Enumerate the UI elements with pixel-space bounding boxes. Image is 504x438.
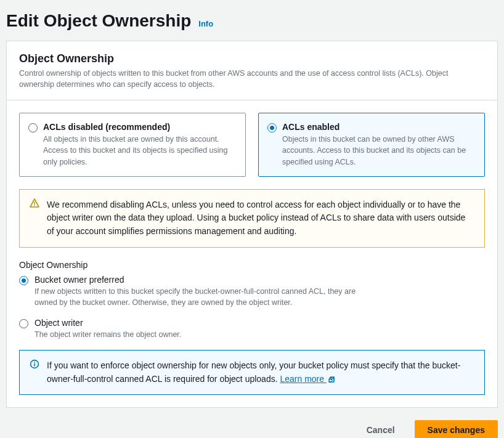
footer-actions: Cancel Save changes [6,408,498,438]
acl-option-row: ACLs disabled (recommended) All objects … [19,113,485,176]
cancel-button[interactable]: Cancel [354,420,407,438]
warning-icon [30,198,39,213]
page-header: Edit Object Ownership Info [6,0,498,41]
radio-icon [19,319,28,328]
warning-alert: We recommend disabling ACLs, unless you … [19,189,485,248]
radio-icon [267,123,277,132]
card-title: ACLs enabled [282,122,476,132]
radio-icon [19,276,28,285]
option-description: The object writer remains the object own… [35,329,181,340]
svg-rect-1 [34,205,35,206]
save-button[interactable]: Save changes [415,420,498,438]
svg-rect-4 [34,362,35,363]
acls-disabled-card[interactable]: ACLs disabled (recommended) All objects … [19,113,246,176]
info-link[interactable]: Info [198,19,213,28]
option-title: Object writer [35,318,181,328]
acls-enabled-card[interactable]: ACLs enabled Objects in this bucket can … [258,113,485,176]
info-icon [30,359,39,373]
ownership-sub-label: Object Ownership [19,260,485,270]
option-description: If new objects written to this bucket sp… [35,286,380,308]
panel-description: Control ownership of objects written to … [19,68,485,90]
object-writer-option[interactable]: Object writer The object writer remains … [19,318,485,340]
info-text: If you want to enforce object ownership … [47,360,460,384]
external-link-icon [328,376,335,383]
panel-header: Object Ownership Control ownership of ob… [7,41,497,100]
page-title: Edit Object Ownership [6,11,191,31]
info-alert: If you want to enforce object ownership … [19,350,485,395]
card-title: ACLs disabled (recommended) [43,122,237,132]
radio-icon [28,123,38,132]
ownership-panel: Object Ownership Control ownership of ob… [6,41,498,408]
warning-text: We recommend disabling ACLs, unless you … [47,200,465,236]
svg-rect-3 [34,363,35,366]
bucket-owner-preferred-option[interactable]: Bucket owner preferred If new objects wr… [19,275,485,308]
svg-rect-0 [34,201,35,204]
card-description: Objects in this bucket can be owned by o… [282,134,476,167]
option-title: Bucket owner preferred [35,275,380,285]
card-description: All objects in this bucket are owned by … [43,134,237,167]
panel-title: Object Ownership [19,52,485,65]
learn-more-link[interactable]: Learn more [280,374,335,384]
